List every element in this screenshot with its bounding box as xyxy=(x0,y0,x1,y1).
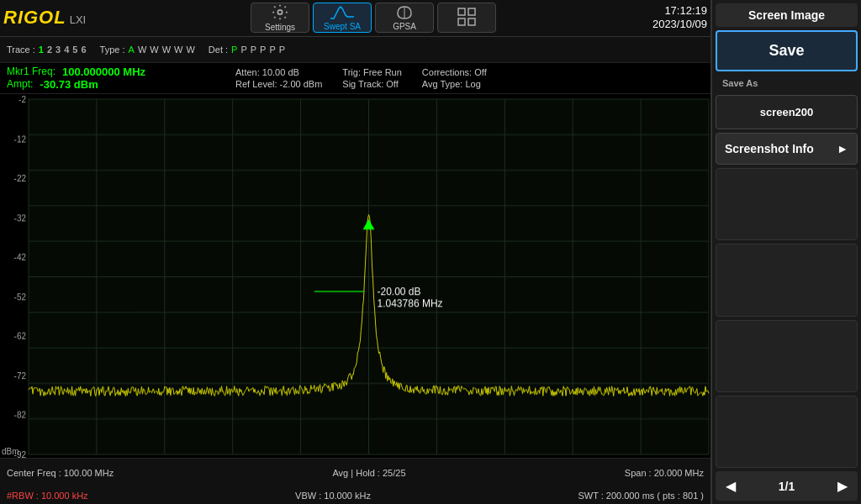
empty-panel-2 xyxy=(716,244,858,316)
det-p2: P xyxy=(240,45,246,55)
trace-num-4[interactable]: 4 xyxy=(64,45,69,55)
swept-sa-button[interactable]: Swept SA xyxy=(313,3,372,33)
svg-point-0 xyxy=(277,10,282,14)
grid-button[interactable] xyxy=(437,3,496,33)
swept-sa-label: Swept SA xyxy=(324,22,361,31)
rbw-display: #RBW : 10.000 kHz xyxy=(7,491,88,501)
ref-level-display: Ref Level: -2.00 dBm xyxy=(235,79,322,89)
type-label: Type : xyxy=(100,45,125,55)
swt-display: SWT : 200.000 ms ( pts : 801 ) xyxy=(578,491,704,501)
det-p3: P xyxy=(251,45,256,55)
spectrum-chart xyxy=(0,94,710,458)
datetime: 17:12:19 2023/10/09 xyxy=(652,4,707,33)
trig-display: Trig: Free Run xyxy=(342,67,402,77)
det-row: Det : P P P P P P xyxy=(209,45,285,55)
tracebar: Trace : 1 2 3 4 5 6 Type : A W W W W W D… xyxy=(0,37,710,63)
det-p4: P xyxy=(260,45,266,55)
det-label: Det : xyxy=(209,45,228,55)
trace-num-2[interactable]: 2 xyxy=(47,45,52,55)
settings-info: Atten: 10.00 dB Ref Level: -2.00 dBm Tri… xyxy=(225,67,704,89)
gpsa-label: GPSA xyxy=(393,22,416,31)
trace-num-6[interactable]: 6 xyxy=(81,45,86,55)
trace-row: Trace : 1 2 3 4 5 6 xyxy=(7,45,87,55)
svg-rect-5 xyxy=(468,18,475,25)
type-w3: W xyxy=(150,45,158,55)
gpsa-button[interactable]: GPSA xyxy=(375,3,434,33)
corrections-display: Corrections: Off xyxy=(422,67,487,77)
marker-ampt-label: Ampt: xyxy=(7,78,33,91)
det-p6: P xyxy=(279,45,285,55)
marker-ampt-value: -30.73 dBm xyxy=(40,78,98,91)
center-freq-display: Center Freq : 100.00 MHz xyxy=(7,468,114,478)
svg-rect-2 xyxy=(458,8,465,15)
vbw-display: VBW : 10.000 kHz xyxy=(295,491,371,501)
avg-hold-display: Avg | Hold : 25/25 xyxy=(332,468,405,478)
mode-buttons: Settings Swept SA GPSA xyxy=(94,3,652,33)
arrow-right-icon: ► xyxy=(837,142,848,155)
type-w4: W xyxy=(162,45,171,55)
svg-rect-4 xyxy=(458,18,465,25)
chart-area: dBm xyxy=(0,94,710,458)
empty-panel-4 xyxy=(716,396,858,468)
rigol-logo: RIGOL xyxy=(3,7,66,29)
marker-info: Mkr1 Freq: 100.000000 MHz Ampt: -30.73 d… xyxy=(7,66,225,91)
trace-num-1[interactable]: 1 xyxy=(39,45,44,55)
trace-num-3[interactable]: 3 xyxy=(55,45,61,55)
avg-type-display: Avg Type: Log xyxy=(422,79,487,89)
pagination: ◀ 1/1 ▶ xyxy=(716,471,858,501)
det-p1: P xyxy=(231,45,237,55)
screenshot-info-button[interactable]: Screenshot Info ► xyxy=(716,133,858,165)
date-display: 2023/10/09 xyxy=(652,18,707,32)
logo: RIGOL LXI xyxy=(3,7,86,29)
lxi-logo: LXI xyxy=(70,13,87,26)
trace-num-5[interactable]: 5 xyxy=(72,45,77,55)
marker-freq-label: Mkr1 Freq: xyxy=(7,66,55,78)
statusbar: Center Freq : 100.00 MHz Avg | Hold : 25… xyxy=(0,458,710,487)
topbar: RIGOL LXI Settings Swept SA xyxy=(0,0,710,37)
atten-display: Atten: 10.00 dB xyxy=(235,67,322,77)
marker-freq-value: 100.000000 MHz xyxy=(62,66,145,78)
type-w2: W xyxy=(138,45,146,55)
type-a: A xyxy=(129,45,135,55)
trace-label: Trace : xyxy=(7,45,35,55)
right-panel: Screen Image Save Save As screen200 Scre… xyxy=(710,0,861,504)
save-as-label: Save As xyxy=(716,75,858,92)
det-p5: P xyxy=(269,45,275,55)
settings-button[interactable]: Settings xyxy=(251,3,309,33)
empty-panel-3 xyxy=(716,320,858,392)
page-number: 1/1 xyxy=(779,480,795,493)
settings-label: Settings xyxy=(265,23,295,32)
page-next-button[interactable]: ▶ xyxy=(831,475,854,497)
y-unit: dBm xyxy=(2,447,19,456)
filename-button[interactable]: screen200 xyxy=(716,95,858,129)
screen-image-title: Screen Image xyxy=(716,3,858,27)
save-button[interactable]: Save xyxy=(716,30,858,71)
infobar: Mkr1 Freq: 100.000000 MHz Ampt: -30.73 d… xyxy=(0,63,710,94)
sig-track-display: Sig Track: Off xyxy=(342,79,402,89)
page-prev-button[interactable]: ◀ xyxy=(719,475,742,497)
type-row: Type : A W W W W W xyxy=(100,45,195,55)
statusbar2: #RBW : 10.000 kHz VBW : 10.000 kHz SWT :… xyxy=(0,487,710,504)
span-display: Span : 20.000 MHz xyxy=(625,468,704,478)
type-w6: W xyxy=(186,45,194,55)
type-w5: W xyxy=(174,45,182,55)
empty-panel-1 xyxy=(716,168,858,240)
time-display: 17:12:19 xyxy=(652,4,707,18)
svg-rect-3 xyxy=(468,8,475,15)
screenshot-info-label: Screenshot Info xyxy=(725,142,814,155)
